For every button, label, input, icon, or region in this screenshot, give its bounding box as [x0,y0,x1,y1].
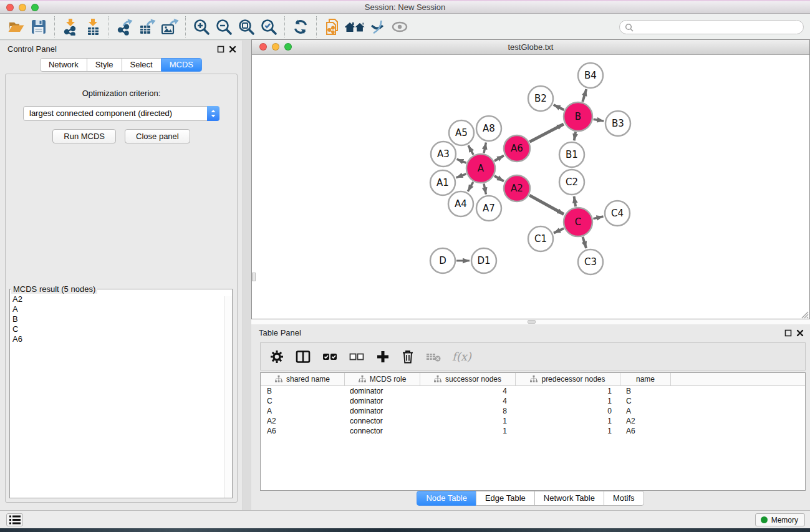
control-panel-close-button[interactable] [228,46,237,54]
mcds-result-item[interactable]: A6 [12,334,232,344]
search-box[interactable] [619,20,804,34]
mcds-result-scrollbar[interactable] [224,296,232,498]
select-all-button[interactable] [322,349,338,364]
import-network-button[interactable] [59,15,82,39]
vertical-splitter-handle[interactable] [252,273,256,281]
apply-layout-button[interactable] [289,15,312,39]
tab-node-table[interactable]: Node Table [417,491,476,506]
edge-A6-B[interactable] [529,124,564,142]
table-settings-button[interactable] [269,349,284,364]
edge-B-B2[interactable] [554,105,564,110]
tab-select[interactable]: Select [122,58,162,72]
column-header-successor-nodes[interactable]: successor nodes [420,373,516,385]
show-graphics-details-button[interactable] [388,15,411,39]
network-minimize-button[interactable] [272,43,279,51]
tab-mcds[interactable]: MCDS [161,58,202,72]
edge-B-B4[interactable] [582,89,586,102]
table-row[interactable]: A6connector11A6 [261,426,805,436]
horizontal-splitter[interactable] [251,319,810,324]
column-header-predecessor-nodes[interactable]: predecessor nodes [516,373,620,385]
mcds-result-box: MCDS result (5 nodes) A2ABCA6 [9,284,233,498]
edge-A-A8[interactable] [484,143,486,153]
column-header-shared-name[interactable]: shared name [261,373,345,385]
control-panel: Control Panel NetworkStyleSelectMCDS Opt… [0,41,243,510]
edge-B-B3[interactable] [594,119,604,121]
table-row[interactable]: Cdominator41C [261,396,805,406]
add-column-button[interactable] [375,349,390,364]
network-window-titlebar[interactable]: testGlobe.txt [252,40,809,55]
window-close-button[interactable] [6,4,14,11]
edge-A-A3[interactable] [457,159,466,163]
memory-button[interactable]: Memory [755,513,805,526]
column-header-mcds-role[interactable]: MCDS role [345,373,420,385]
zoom-selected-button[interactable] [258,15,280,39]
edge-A-A4[interactable] [468,182,473,191]
search-input[interactable] [634,22,798,32]
gear-icon [269,349,284,364]
table-panel-float-button[interactable] [784,329,793,338]
network-view[interactable]: B4B2BB3A8A5A6A3B1AA1C2A2A4A7C4CC1C3DD1 [252,56,809,319]
criterion-dropdown[interactable]: largest connected component (directed) [23,106,219,121]
mcds-result-item[interactable]: A2 [12,294,232,304]
edge-A-A1[interactable] [456,174,466,178]
edge-A-A7[interactable] [484,184,486,195]
column-type-icon [275,375,282,383]
mcds-result-item[interactable]: B [12,314,232,324]
mcds-result-item[interactable]: C [12,324,232,334]
edge-C-C2[interactable] [574,196,576,207]
close-panel-button[interactable]: Close panel [125,129,190,143]
tab-style[interactable]: Style [87,58,122,72]
window-zoom-button[interactable] [31,4,39,11]
edge-A2-C[interactable] [529,195,564,214]
delete-table-button[interactable] [425,350,441,364]
apply-function-button[interactable]: f(x) [452,350,471,363]
edge-C-C3[interactable] [583,237,587,248]
edge-B-B1[interactable] [574,132,576,141]
task-history-button[interactable] [6,513,23,526]
network-close-button[interactable] [259,43,267,51]
control-panel-float-button[interactable] [216,46,225,54]
zoom-out-button[interactable] [213,15,235,39]
edge-A-A2[interactable] [494,176,504,181]
table-cell: A6 [261,426,345,436]
first-neighbors-button[interactable] [344,15,366,39]
hide-graphics-details-button[interactable] [366,15,388,39]
open-file-button[interactable] [5,15,27,39]
horizontal-splitter-handle[interactable] [528,320,536,324]
zoom-fit-icon [238,18,255,36]
zoom-fit-button[interactable] [235,15,258,39]
edge-C-C4[interactable] [593,216,603,219]
save-session-button[interactable] [27,15,50,39]
table-row[interactable]: Bdominator41B [261,386,805,396]
column-header-name[interactable]: name [620,373,671,385]
export-image-button[interactable] [158,15,181,39]
table-row[interactable]: Adominator80A [261,406,805,416]
tab-network[interactable]: Network [40,58,87,72]
run-mcds-button[interactable]: Run MCDS [52,129,116,143]
new-network-from-selection-button[interactable] [321,15,344,39]
table-cell: dominator [345,406,420,416]
edge-C-C1[interactable] [554,228,564,233]
table-row[interactable]: A2connector11A2 [261,416,805,426]
network-zoom-button[interactable] [284,43,292,51]
edge-A-A5[interactable] [468,145,473,155]
table-cell: 4 [420,386,516,396]
node-label-D1: D1 [477,255,490,266]
resize-grip[interactable] [801,310,809,318]
export-table-button[interactable] [136,15,158,39]
mcds-result-item[interactable]: A [12,304,232,314]
criterion-dropdown-value: largest connected component (directed) [29,109,172,118]
table-panel-close-button[interactable] [796,329,804,338]
delete-columns-button[interactable] [401,349,415,364]
export-network-icon [116,18,133,36]
tab-edge-table[interactable]: Edge Table [476,491,535,506]
tab-motifs[interactable]: Motifs [604,491,644,506]
deselect-all-button[interactable] [349,349,365,364]
edge-A-A6[interactable] [494,156,504,161]
zoom-in-button[interactable] [190,15,213,39]
export-network-button[interactable] [113,15,136,39]
window-minimize-button[interactable] [19,4,26,11]
split-table-button[interactable] [295,349,311,364]
tab-network-table[interactable]: Network Table [534,491,604,506]
import-table-button[interactable] [82,15,104,39]
